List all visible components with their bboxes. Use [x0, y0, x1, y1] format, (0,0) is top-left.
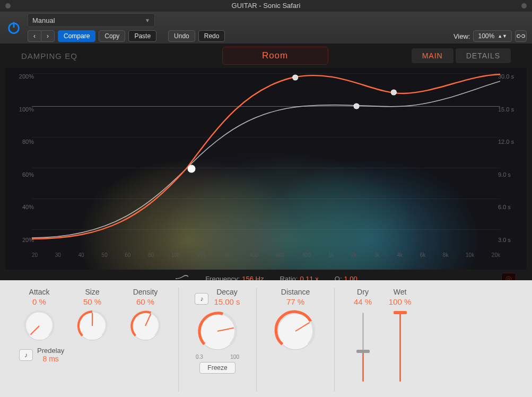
eq-curves: [32, 73, 500, 248]
view-label: View:: [453, 32, 470, 40]
preset-next-button[interactable]: ›: [41, 30, 55, 42]
predelay-label: Predelay: [37, 347, 64, 355]
preset-prev-button[interactable]: ‹: [28, 30, 41, 42]
damping-eq-graph[interactable]: 200%100%80%60%40%20% 30.0 s15.0 s12.0 s9…: [5, 68, 527, 270]
view-zoom-select[interactable]: 100% ▲▼: [473, 30, 512, 42]
predelay-sync-button[interactable]: ♪: [19, 349, 33, 361]
compare-button[interactable]: Compare: [58, 30, 95, 42]
eq-point-3[interactable]: [354, 103, 359, 109]
eq-point-4[interactable]: [391, 90, 396, 95]
window-titlebar: GUITAR - Sonic Safari: [0, 0, 532, 12]
controls-panel: Attack 0 % Size 50 % Density 60 % ♪ Pred…: [0, 280, 532, 397]
tab-details[interactable]: DETAILS: [456, 48, 511, 63]
eq-point-1[interactable]: [188, 165, 195, 172]
dry-slider[interactable]: Dry 44 %: [344, 288, 381, 392]
tab-main[interactable]: MAIN: [412, 48, 453, 63]
traffic-light-zoom[interactable]: [521, 3, 527, 8]
window-title: GUITAR - Sonic Safari: [232, 2, 301, 10]
preset-select[interactable]: Manual ▼: [28, 13, 155, 27]
plugin-toolbar: Manual ▼ ‹ › Compare Copy Paste Undo Red…: [0, 12, 532, 44]
predelay-value[interactable]: 8 ms: [42, 355, 58, 363]
copy-button[interactable]: Copy: [99, 30, 125, 42]
section-title: DAMPING EQ: [21, 51, 180, 61]
density-knob[interactable]: Density 60 %: [122, 288, 169, 342]
undo-button[interactable]: Undo: [168, 30, 195, 42]
stepper-icon: ▲▼: [498, 33, 507, 39]
link-button[interactable]: [515, 30, 527, 42]
y-axis-left: 200%100%80%60%40%20%: [7, 68, 34, 248]
decay-sync-button[interactable]: ♪: [195, 293, 208, 305]
traffic-light-close[interactable]: [5, 3, 11, 8]
wet-slider[interactable]: Wet 100 %: [381, 288, 418, 392]
x-axis: 2030405060801002003004006008001k2k3k4k6k…: [32, 252, 500, 258]
redo-button[interactable]: Redo: [198, 30, 225, 42]
preset-name: Manual: [32, 16, 55, 24]
power-button[interactable]: [5, 19, 22, 36]
attack-knob[interactable]: Attack 0 %: [16, 288, 63, 342]
y-axis-right: 30.0 s15.0 s12.0 s9.0 s6.0 s3.0 s: [498, 68, 525, 248]
reverb-type-button[interactable]: Room: [222, 47, 328, 65]
paste-button[interactable]: Paste: [128, 30, 156, 42]
chevron-down-icon: ▼: [145, 18, 150, 23]
decay-knob[interactable]: ♪ Decay 15.00 s 0.3100 Freeze: [188, 288, 247, 392]
size-knob[interactable]: Size 50 %: [69, 288, 116, 342]
eq-point-2[interactable]: [293, 75, 298, 80]
section-header: DAMPING EQ Room MAIN DETAILS: [0, 44, 532, 68]
freeze-button[interactable]: Freeze: [199, 362, 235, 374]
distance-knob[interactable]: Distance 77 %: [266, 288, 325, 392]
